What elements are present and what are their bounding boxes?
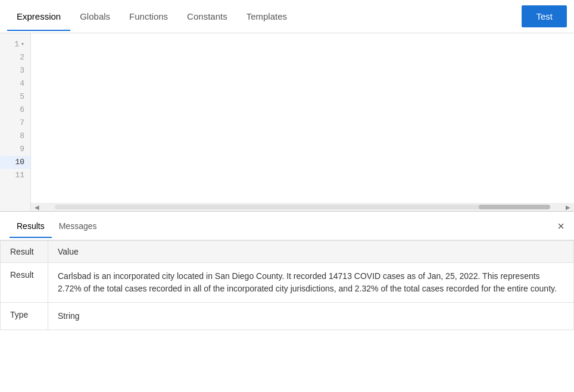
line-1: 1▾	[0, 38, 30, 51]
code-line-2	[38, 104, 574, 117]
tab-constants[interactable]: Constants	[177, 2, 237, 31]
results-table: Result Value Result Carlsbad is an incor…	[0, 240, 574, 330]
line-2: 2	[0, 51, 30, 64]
table-row-type: Type String	[1, 303, 574, 330]
results-table-container: Result Value Result Carlsbad is an incor…	[0, 240, 574, 330]
row-result-label: Result	[1, 263, 48, 303]
line-6: 6	[0, 104, 30, 117]
row-type-label: Type	[1, 303, 48, 330]
close-button[interactable]: ×	[557, 220, 564, 232]
line-3: 3	[0, 64, 30, 77]
scroll-left-arrow[interactable]: ◀	[31, 203, 43, 211]
tab-bar: Expression Globals Functions Constants T…	[0, 0, 574, 33]
line-11: 11	[0, 169, 30, 182]
results-tab-results-label: Results	[17, 221, 45, 231]
line-7: 7	[0, 117, 30, 130]
line-4: 4	[0, 77, 30, 90]
tab-templates[interactable]: Templates	[237, 2, 297, 31]
code-line-1	[38, 64, 574, 77]
line-numbers: 1▾ 2 3 4 5 6 7 8 9 10 11	[0, 33, 31, 211]
line-5: 5	[0, 90, 30, 104]
line-10: 10	[0, 156, 30, 169]
results-header: Results Messages ×	[0, 212, 574, 240]
tab-functions[interactable]: Functions	[120, 2, 177, 31]
scroll-right-arrow[interactable]: ▶	[562, 203, 574, 211]
tab-expression[interactable]: Expression	[7, 2, 70, 31]
tab-templates-label: Templates	[247, 11, 287, 21]
table-header-row: Result Value	[1, 241, 574, 263]
test-button[interactable]: Test	[522, 5, 567, 27]
scrollbar-track[interactable]	[55, 205, 550, 209]
scrollbar-thumb[interactable]	[479, 205, 550, 209]
results-tab-messages[interactable]: Messages	[52, 214, 104, 238]
tab-functions-label: Functions	[129, 11, 168, 21]
code-editor[interactable]: 1▾ 2 3 4 5 6 7 8 9 10 11 nfirmedcases/Su…	[0, 33, 574, 212]
editor-scrollbar[interactable]: ◀ ▶	[31, 203, 574, 211]
tab-constants-label: Constants	[187, 11, 227, 21]
code-area[interactable]: nfirmedcases/SumCases*100,2) + "% of the…	[31, 33, 574, 211]
table-row-result: Result Carlsbad is an incorporated city …	[1, 263, 574, 303]
results-section: Results Messages × Result Value Result C…	[0, 212, 574, 392]
results-tab-results[interactable]: Results	[10, 214, 52, 238]
tab-globals-label: Globals	[80, 11, 110, 21]
tab-globals[interactable]: Globals	[70, 2, 120, 31]
tab-expression-label: Expression	[17, 11, 61, 21]
code-line-4	[38, 182, 574, 195]
row-result-value: Carlsbad is an incorporated city located…	[48, 263, 574, 303]
col-header-result: Result	[1, 241, 48, 263]
col-header-value: Value	[48, 241, 574, 263]
line-8: 8	[0, 130, 30, 143]
row-type-value: String	[48, 303, 574, 330]
code-line-3	[38, 143, 574, 156]
results-tab-messages-label: Messages	[59, 221, 97, 231]
line-9: 9	[0, 143, 30, 156]
